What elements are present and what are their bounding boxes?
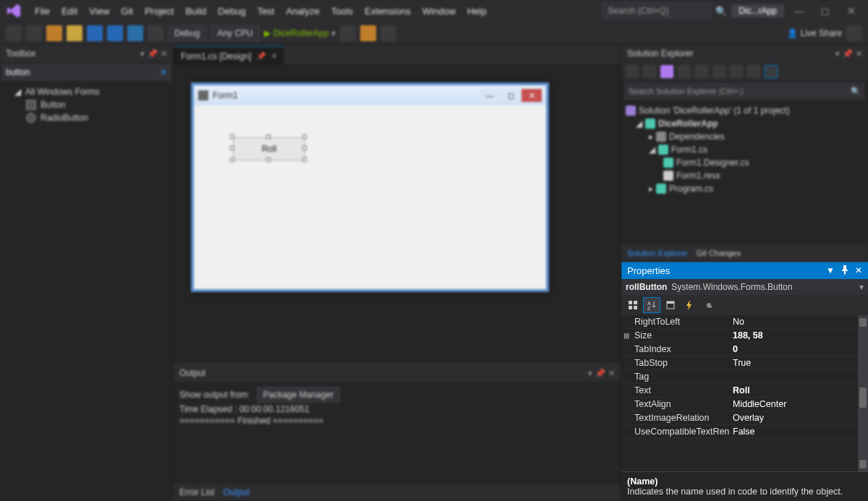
selection-handle[interactable] [230,158,234,162]
pin-icon[interactable]: 📌 [843,49,853,59]
menu-help[interactable]: Help [461,6,493,17]
project-node[interactable]: ◢ DiceRollerApp [626,117,864,130]
pin-icon[interactable]: 📌 [148,49,158,59]
close-icon[interactable]: ✕ [608,369,615,378]
properties-button[interactable] [662,297,679,313]
menu-build[interactable]: Build [179,6,212,17]
live-share-button[interactable]: 👤 Live Share [787,28,842,38]
tab-git-changes[interactable]: Git Changes [697,249,741,257]
menu-edit[interactable]: Edit [56,6,83,17]
scroll-thumb[interactable] [859,387,867,408]
property-row[interactable]: UseCompatibleTextRenFalse [621,425,868,439]
selection-handle[interactable] [266,158,271,162]
solution-explorer-search[interactable]: Search Solution Explorer (Ctrl+;) 🔍 [624,82,865,100]
program-node[interactable]: ▸ Program.cs [626,182,864,195]
expand-icon[interactable]: ◢ [649,145,655,155]
refresh-button[interactable] [695,65,708,78]
menu-file[interactable]: File [29,6,56,17]
property-row[interactable]: ⊞Size188, 58 [621,329,868,343]
selection-handle[interactable] [302,158,307,162]
document-tab-form-design[interactable]: Form1.cs [Design] 📌 ✕ [174,46,284,65]
pin-icon[interactable]: 📌 [257,52,265,60]
expand-icon[interactable]: ⊞ [621,329,631,342]
property-row[interactable]: TextAlignMiddleCenter [621,398,868,411]
menu-analyze[interactable]: Analyze [280,6,325,17]
start-debug-button[interactable]: ▶ DiceRollerApp ▾ [264,28,336,38]
property-row[interactable]: TextRoll [621,384,868,398]
property-pages-button[interactable] [699,297,717,313]
menu-test[interactable]: Test [252,6,281,17]
nav-back-button[interactable] [6,25,22,41]
save-all-button[interactable] [107,25,123,41]
selection-handle[interactable] [230,134,234,139]
menu-view[interactable]: View [83,6,115,17]
property-object-selector[interactable]: rollButton System.Windows.Forms.Button ▾ [621,279,868,295]
selection-handle[interactable] [230,146,234,150]
menu-tools[interactable]: Tools [326,6,359,17]
tab-solution-explorer[interactable]: Solution Explorer [627,249,688,257]
form-node[interactable]: ◢ Form1.cs [626,143,864,156]
minimize-button[interactable]: — [788,5,810,17]
expand-icon[interactable]: ◢ [636,119,642,129]
property-value[interactable]: Overlay [730,411,868,424]
menu-window[interactable]: Window [417,6,461,17]
property-value[interactable]: 0 [730,343,868,356]
dependencies-node[interactable]: ▸ Dependencies [626,130,864,143]
toolbox-search-input[interactable]: button ✕ [1,64,171,81]
property-value[interactable]: 188, 58 [730,329,868,342]
toolbox-group[interactable]: ◢ All Windows Forms [6,85,167,98]
redo-button[interactable] [148,25,163,41]
property-scrollbar[interactable] [858,315,868,471]
tab-error-list[interactable]: Error List [179,487,215,497]
close-icon[interactable]: ✕ [856,49,862,59]
property-grid[interactable]: RightToLeftNo⊞Size188, 58TabIndex0TabSto… [621,315,868,471]
scroll-down-button[interactable] [859,460,867,468]
dropdown-icon[interactable]: ▾ [140,49,145,59]
property-row[interactable]: TabStopTrue [621,356,868,370]
feedback-button[interactable] [846,25,862,41]
menu-debug[interactable]: Debug [212,6,251,17]
toolbox-item-button[interactable]: Button [6,98,167,111]
sync-button[interactable] [678,65,691,78]
form-body[interactable]: Roll [194,106,546,289]
menu-extensions[interactable]: Extensions [359,6,417,17]
maximize-button[interactable]: ◻ [814,5,836,17]
property-value[interactable]: MiddleCenter [730,398,868,411]
toolbar-button[interactable] [660,65,673,78]
close-button[interactable]: ✕ [841,5,862,17]
close-icon[interactable]: ✕ [161,49,167,59]
scroll-up-button[interactable] [859,318,867,327]
new-project-button[interactable] [46,25,62,41]
solution-platform-combo[interactable]: Any CPU [210,25,259,41]
expand-icon[interactable]: ▸ [649,132,653,142]
menu-project[interactable]: Project [139,6,179,17]
selection-handle[interactable] [302,134,307,139]
categorized-button[interactable] [624,297,642,313]
selection-handle[interactable] [302,146,307,150]
property-row[interactable]: Tag [621,370,868,384]
property-value[interactable]: True [730,356,868,369]
property-row[interactable]: TabIndex0 [621,343,868,356]
alphabetical-button[interactable]: AZ [643,297,660,313]
form-designer-node[interactable]: Form1.Designer.cs [626,156,864,169]
properties-button[interactable] [747,65,760,78]
toolbox-item-radiobutton[interactable]: RadioButton [6,111,167,124]
open-button[interactable] [67,25,82,41]
collapse-all-button[interactable] [712,65,726,78]
pin-icon[interactable]: 📌 [595,369,605,378]
property-value[interactable]: False [730,425,868,438]
toolbar-button[interactable] [643,65,656,78]
property-value[interactable]: Roll [730,384,868,397]
form-designer-surface[interactable]: Form1 — ◻ ✕ Roll [174,65,621,364]
toolbar-button[interactable] [360,25,376,41]
property-value[interactable] [730,370,868,383]
show-all-button[interactable] [730,65,743,78]
property-value[interactable]: No [730,315,868,328]
form-resx-node[interactable]: Form1.resx [626,169,864,182]
undo-button[interactable] [127,25,143,41]
close-tab-icon[interactable]: ✕ [271,52,277,60]
toolbar-button[interactable] [340,25,356,41]
clear-icon[interactable]: ✕ [160,67,167,77]
property-row[interactable]: TextImageRelationOverlay [621,411,868,425]
toolbar-button[interactable] [380,25,396,41]
